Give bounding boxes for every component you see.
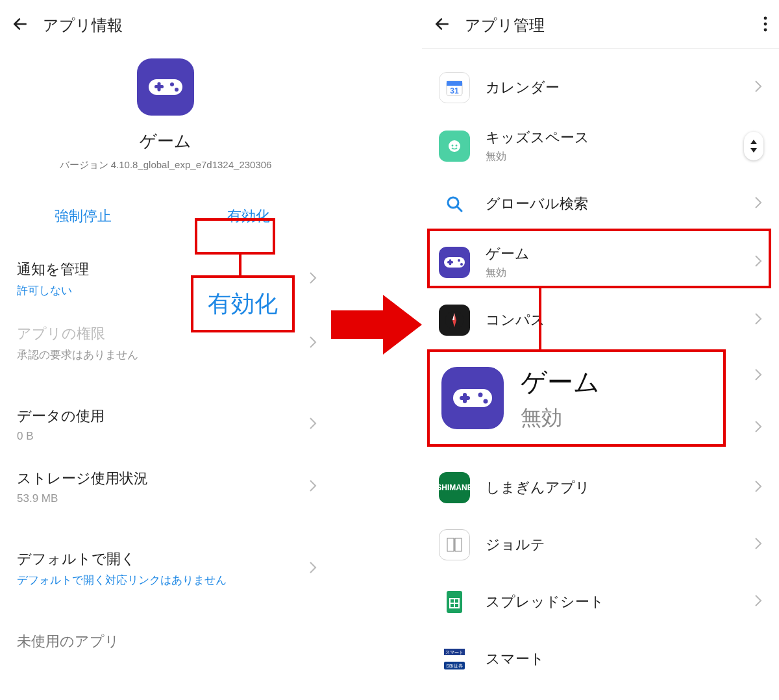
- sbi-icon: スマートSBI証券: [439, 644, 470, 675]
- chevron-right-icon: [754, 368, 762, 384]
- svg-point-12: [449, 140, 460, 152]
- app-name: しまぎんアプリ: [486, 478, 590, 497]
- annotation-app-status: 無効: [521, 404, 600, 432]
- chevron-right-icon: [754, 80, 762, 95]
- triangle-up-icon: [750, 140, 757, 144]
- app-name: スマート: [486, 649, 545, 669]
- annotation-connector: [239, 255, 241, 275]
- svg-rect-0: [149, 79, 182, 95]
- row-sub: 53.9 MB: [17, 492, 314, 505]
- app-bar: アプリ管理: [422, 5, 779, 45]
- row-unused-apps[interactable]: 未使用のアプリ: [0, 619, 331, 664]
- annotation-label: 有効化: [208, 288, 278, 320]
- svg-point-8: [764, 29, 767, 32]
- page-title: アプリ管理: [465, 15, 545, 36]
- app-row-calendar[interactable]: 31 カレンダー: [422, 59, 779, 116]
- app-name: グローバル検索: [486, 194, 588, 214]
- svg-point-38: [484, 399, 488, 404]
- screen-app-info: アプリ情報 ゲーム バージョン 4.10.8_global_exp_e7d132…: [0, 0, 331, 700]
- svg-rect-25: [447, 538, 454, 551]
- chevron-right-icon: [309, 479, 317, 495]
- chevron-right-icon: [754, 480, 762, 495]
- page-title: アプリ情報: [43, 15, 123, 36]
- compass-icon: [439, 305, 470, 336]
- book-icon: [439, 529, 470, 560]
- annotation-box-enlarged: 有効化: [191, 275, 295, 332]
- annotation-connector: [539, 288, 541, 349]
- svg-point-2: [175, 88, 179, 92]
- sort-toggle[interactable]: [744, 132, 763, 160]
- app-row-global-search[interactable]: グローバル検索: [422, 175, 779, 232]
- svg-point-6: [764, 17, 767, 20]
- svg-rect-40: [463, 393, 467, 403]
- row-title: デフォルトで開く: [17, 549, 314, 569]
- chevron-right-icon: [754, 594, 762, 610]
- arrow-right-icon: [331, 292, 422, 357]
- svg-rect-10: [447, 81, 462, 86]
- app-row-spreadsheet[interactable]: スプレッドシート: [422, 573, 779, 631]
- app-bar: アプリ情報: [0, 5, 331, 45]
- annotation-app-name: ゲーム: [521, 364, 600, 400]
- svg-marker-5: [331, 295, 422, 355]
- transition-gap: [331, 0, 422, 700]
- app-name: スプレッドシート: [486, 592, 604, 612]
- calendar-icon: 31: [439, 72, 470, 103]
- back-icon[interactable]: [434, 16, 451, 35]
- gamepad-icon: [441, 367, 504, 429]
- app-row-shimagin[interactable]: SHIMANE しまぎんアプリ: [422, 459, 779, 516]
- svg-text:31: 31: [450, 86, 459, 95]
- app-name: コンパス: [486, 310, 545, 330]
- app-hero: ゲーム バージョン 4.10.8_global_exp_e7d1324_2303…: [0, 45, 331, 178]
- row-sub: デフォルトで開く対応リンクはありません: [17, 573, 314, 588]
- svg-rect-36: [453, 389, 492, 407]
- app-row-kids-space[interactable]: キッズスペース 無効: [422, 116, 779, 175]
- app-name: ジョルテ: [486, 535, 545, 555]
- row-title: 未使用のアプリ: [17, 632, 314, 651]
- app-version: バージョン 4.10.8_global_exp_e7d1324_230306: [0, 159, 331, 171]
- sheets-icon: [439, 586, 470, 618]
- svg-text:スマート: スマート: [445, 650, 464, 655]
- row-sub: 承認の要求はありません: [17, 347, 314, 362]
- svg-point-13: [452, 144, 454, 146]
- svg-point-7: [764, 23, 767, 26]
- row-open-default[interactable]: デフォルトで開く デフォルトで開く対応リンクはありません: [0, 536, 331, 601]
- chevron-right-icon: [309, 271, 317, 287]
- row-sub: 0 B: [17, 430, 314, 443]
- svg-point-14: [456, 144, 458, 146]
- screen-app-management: アプリ管理 31 カレンダー キッズスペース 無効: [422, 0, 779, 700]
- svg-rect-4: [158, 82, 161, 92]
- chevron-right-icon: [754, 196, 762, 212]
- app-row-jorte[interactable]: ジョルテ: [422, 516, 779, 573]
- svg-rect-26: [455, 538, 462, 551]
- chevron-right-icon: [309, 336, 317, 351]
- chevron-right-icon: [754, 312, 762, 328]
- chevron-right-icon: [309, 417, 317, 432]
- search-icon: [439, 188, 470, 219]
- app-status: 無効: [486, 150, 589, 164]
- svg-text:SBI証券: SBI証券: [446, 664, 462, 668]
- app-row-smart[interactable]: スマートSBI証券 スマート: [422, 631, 779, 688]
- force-stop-button[interactable]: 強制停止: [0, 197, 166, 235]
- app-name: キッズスペース: [486, 128, 589, 147]
- kids-icon: [439, 131, 470, 162]
- app-row-compass[interactable]: コンパス: [422, 292, 779, 349]
- row-data-usage[interactable]: データの使用 0 B: [0, 394, 331, 456]
- triangle-down-icon: [750, 148, 757, 153]
- row-title: ストレージ使用状況: [17, 469, 314, 488]
- action-buttons: 強制停止 有効化: [0, 178, 331, 247]
- chevron-right-icon: [309, 561, 317, 577]
- svg-line-16: [457, 206, 462, 211]
- svg-point-37: [478, 393, 483, 397]
- gamepad-icon: [137, 58, 194, 116]
- annotation-box: [427, 229, 771, 288]
- row-title: データの使用: [17, 406, 314, 426]
- back-icon[interactable]: [12, 16, 29, 35]
- more-vert-icon[interactable]: [763, 16, 767, 34]
- chevron-right-icon: [754, 420, 762, 436]
- row-storage-usage[interactable]: ストレージ使用状況 53.9 MB: [0, 456, 331, 518]
- shimagin-icon: SHIMANE: [439, 472, 470, 503]
- svg-point-1: [170, 82, 174, 86]
- chevron-right-icon: [754, 537, 762, 553]
- app-name: カレンダー: [486, 78, 560, 97]
- annotation-box: [195, 218, 275, 255]
